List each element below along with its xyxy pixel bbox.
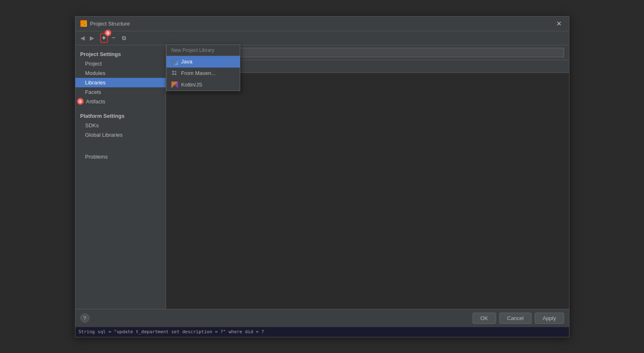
maven-icon	[171, 70, 178, 77]
project-settings-heading: Project Settings	[75, 49, 166, 59]
dialog-body: Project Settings Project Modules Librari…	[75, 45, 569, 309]
svg-rect-2	[82, 24, 83, 26]
svg-rect-12	[174, 61, 176, 63]
help-button[interactable]: ?	[80, 313, 89, 323]
sidebar-item-modules[interactable]: Modules	[75, 68, 166, 78]
project-structure-dialog: Project Structure ✕ ◀ ▶ + ③ − ⧉ Project …	[75, 16, 569, 337]
dialog-title-area: Project Structure	[80, 20, 130, 27]
close-button[interactable]: ✕	[554, 19, 564, 28]
library-tree: ▾ Classes	[166, 73, 569, 309]
status-bar: String sql = "update t_department set de…	[75, 327, 569, 337]
footer-buttons: OK Cancel Apply	[473, 313, 564, 324]
modules-label: Modules	[75, 68, 166, 78]
facets-label: Facets	[75, 87, 166, 97]
svg-rect-13	[172, 71, 174, 72]
sidebar-item-libraries[interactable]: Libraries	[75, 78, 166, 87]
status-text: String sql = "update t_department set de…	[79, 329, 264, 334]
platform-settings-heading: Platform Settings	[75, 110, 166, 121]
artifacts-label: Artifacts	[75, 97, 166, 106]
maven-label: From Maven...	[181, 70, 216, 76]
svg-rect-10	[174, 59, 176, 61]
sidebar-item-global-libraries[interactable]: Global Libraries	[75, 130, 166, 140]
svg-rect-11	[172, 61, 174, 63]
project-label: Project	[75, 59, 166, 68]
java-label: Java	[181, 58, 192, 65]
dropdown-item-kotlin[interactable]: Kotlin/JS	[166, 79, 240, 91]
name-input[interactable]	[191, 48, 564, 57]
dropdown-item-java[interactable]: Java	[166, 56, 240, 68]
java-icon	[171, 58, 178, 65]
artifacts-badge: ②	[77, 98, 84, 105]
svg-rect-14	[172, 73, 174, 75]
kotlin-label: Kotlin/JS	[181, 82, 202, 88]
add-button-container: + ③	[100, 33, 108, 43]
sidebar-item-project[interactable]: Project	[75, 59, 166, 68]
forward-button[interactable]: ▶	[88, 34, 96, 42]
back-button[interactable]: ◀	[79, 34, 87, 42]
ok-button[interactable]: OK	[473, 313, 496, 324]
sidebar-item-artifacts[interactable]: ② Artifacts	[75, 97, 166, 106]
cancel-button[interactable]: Cancel	[499, 313, 532, 324]
global-libraries-label: Global Libraries	[75, 130, 166, 140]
svg-rect-3	[84, 24, 86, 26]
nav-arrows: ◀ ▶	[79, 34, 96, 42]
svg-rect-16	[175, 73, 176, 75]
dialog-title-text: Project Structure	[90, 21, 130, 27]
remove-button[interactable]: −	[109, 33, 118, 43]
titlebar: Project Structure ✕	[75, 16, 569, 31]
svg-rect-9	[172, 59, 174, 61]
kotlin-icon	[171, 82, 178, 88]
svg-rect-0	[82, 21, 83, 23]
app-icon	[80, 20, 87, 27]
main-toolbar: ◀ ▶ + ③ − ⧉	[75, 31, 569, 45]
copy-button[interactable]: ⧉	[119, 33, 129, 43]
dropdown-header: New Project Library	[166, 45, 240, 56]
svg-rect-15	[175, 71, 176, 72]
sidebar-item-sdks[interactable]: SDKs	[75, 121, 166, 130]
sidebar-item-problems[interactable]: Problems	[75, 152, 166, 161]
svg-rect-1	[84, 21, 86, 23]
new-library-dropdown: New Project Library Java	[166, 44, 240, 91]
dropdown-item-maven[interactable]: From Maven...	[166, 68, 240, 79]
sidebar: Project Settings Project Modules Librari…	[75, 45, 166, 309]
libraries-label: Libraries	[75, 78, 166, 87]
sidebar-item-facets[interactable]: Facets	[75, 87, 166, 97]
dialog-footer: ? OK Cancel Apply	[75, 309, 569, 327]
sdks-label: SDKs	[75, 121, 166, 130]
apply-button[interactable]: Apply	[535, 313, 564, 324]
